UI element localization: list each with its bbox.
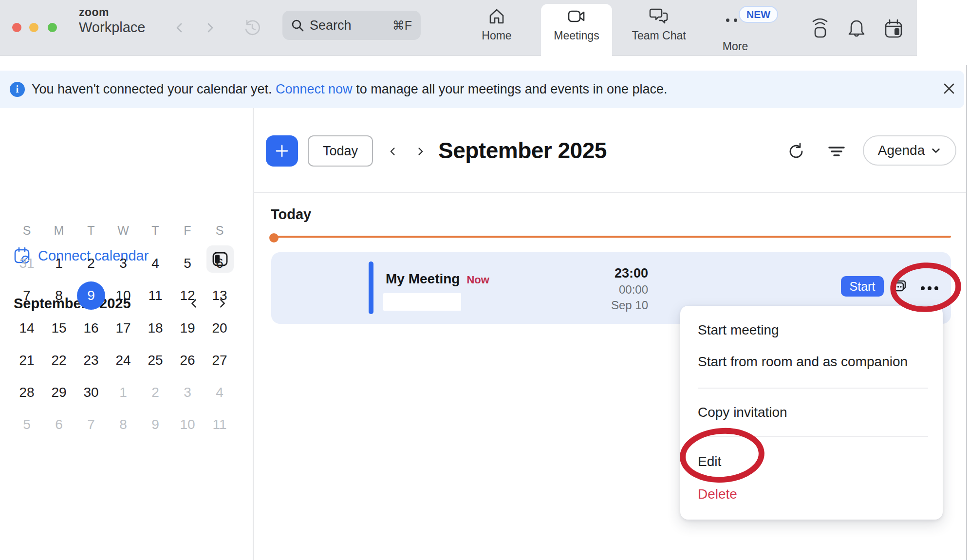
page-title: September 2025 [438,137,607,164]
current-time-dot [269,233,279,243]
menu-item-start-from-room-and-as-companion[interactable]: Start from room and as companion [698,354,928,370]
calendar-day[interactable]: 3 [173,378,202,407]
calendar-day[interactable]: 29 [45,378,73,407]
calendar-day[interactable]: 17 [109,314,137,342]
calendar-day[interactable]: 11 [205,411,234,439]
tab-home[interactable]: Home [467,6,526,53]
ellipsis-icon [921,286,925,290]
calendar-day[interactable]: 22 [45,346,73,374]
tab-home-label: Home [482,29,511,42]
chevron-down-icon [931,145,941,156]
banner-close-button[interactable] [937,77,961,100]
nav-back-button[interactable] [171,19,188,36]
connect-now-link[interactable]: Connect now [276,82,353,96]
event-now-badge: Now [466,274,489,286]
connect-calendar-banner: i You haven't connected your calendar ye… [0,71,964,108]
calendar-day[interactable]: 12 [173,281,202,310]
event-end-date: Sep 10 [611,299,648,312]
mac-minimize-button[interactable] [29,23,38,32]
calendar-day[interactable]: 2 [77,249,105,278]
calendar-day[interactable]: 5 [13,411,41,439]
calendar-day[interactable]: 30 [77,378,105,407]
ellipsis-icon [934,286,938,290]
calendar-day[interactable]: 7 [13,281,41,310]
mac-close-button[interactable] [12,23,21,32]
calendar-day[interactable]: 15 [45,314,73,342]
notifications-button[interactable] [846,18,867,39]
calendar-day[interactable]: 1 [45,249,73,278]
calendar-day[interactable]: 23 [77,346,105,374]
calendar-day[interactable]: 20 [205,314,234,342]
calendar-day[interactable]: 31 [13,249,41,278]
nav-forward-button[interactable] [202,19,218,36]
calendar-day[interactable]: 11 [141,281,169,310]
calendar-day[interactable]: 16 [77,314,105,342]
calendar-day[interactable]: 9 [77,281,105,310]
calendar-day[interactable]: 2 [141,378,169,407]
menu-item-start-meeting[interactable]: Start meeting [698,322,928,338]
calendar-day[interactable]: 1 [109,378,137,407]
mac-zoom-button[interactable] [48,23,57,32]
menu-item-delete[interactable]: Delete [698,486,928,502]
new-meeting-button[interactable] [266,135,298,167]
calendar-day[interactable]: 13 [205,281,234,310]
calendar-day[interactable]: 28 [13,378,41,407]
today-button[interactable]: Today [308,135,373,167]
calendar-day[interactable]: 26 [173,346,202,374]
today-button-label: Today [323,144,358,159]
meeting-context-menu: Start meetingStart from room and as comp… [680,306,943,520]
calendar-day[interactable]: 6 [45,411,73,439]
tab-team-chat[interactable]: Team Chat [630,6,688,53]
calendar-day[interactable]: 7 [77,411,105,439]
chevron-right-icon [204,22,216,34]
day-of-week-header: S [205,216,234,244]
next-month-button[interactable] [413,144,428,159]
current-time-line [273,236,951,238]
calendar-day[interactable]: 8 [45,281,73,310]
calendar-day[interactable]: 14 [13,314,41,342]
menu-item-copy-invitation[interactable]: Copy invitation [698,405,928,420]
calendar-day[interactable]: 10 [109,281,137,310]
calendar-day[interactable]: 5 [173,249,202,278]
tab-meetings[interactable]: Meetings [547,6,606,53]
history-button[interactable] [242,18,262,37]
tab-more-label: More [723,40,748,53]
calendar-day[interactable]: 10 [173,411,202,439]
calendar-day[interactable]: 4 [141,249,169,278]
calendar-button[interactable] [884,18,903,39]
calendar-day[interactable]: 6 [205,249,234,278]
more-ellipsis-icon [726,19,729,22]
menu-item-edit[interactable]: Edit [698,454,928,469]
refresh-button[interactable] [787,142,805,161]
connect-to-device-button[interactable] [810,18,830,39]
day-of-week-header: F [173,216,202,244]
header-divider [253,192,967,193]
view-selector-dropdown[interactable]: Agenda [863,135,956,166]
calendar-day[interactable]: 4 [205,378,234,407]
filter-button[interactable] [827,142,846,161]
calendar-day[interactable]: 24 [109,346,137,374]
calendar-day[interactable]: 9 [141,411,169,439]
history-clock-icon [242,18,262,37]
calendar-day[interactable]: 19 [173,314,202,342]
meeting-more-options-button[interactable] [917,281,942,295]
day-of-week-header: M [45,216,73,244]
calendar-day[interactable]: 21 [13,346,41,374]
start-button-label: Start [850,280,876,294]
meetings-video-icon [567,6,586,27]
chevron-right-icon [415,147,425,156]
prev-month-button[interactable] [386,144,400,159]
meeting-chat-button[interactable] [888,276,911,298]
search-input[interactable]: Search ⌘F [282,11,421,40]
calendar-day[interactable]: 3 [109,249,137,278]
calendar-day[interactable]: 8 [109,411,137,439]
calendar-day[interactable]: 25 [141,346,169,374]
chevron-left-icon [388,147,398,156]
calendar-day[interactable]: 18 [141,314,169,342]
start-meeting-button[interactable]: Start [841,276,884,297]
calendar-day[interactable]: 27 [205,346,234,374]
more-ellipsis-icon [734,19,737,22]
plus-icon [275,144,289,158]
search-icon [291,19,304,32]
day-of-week-header: T [77,216,105,244]
